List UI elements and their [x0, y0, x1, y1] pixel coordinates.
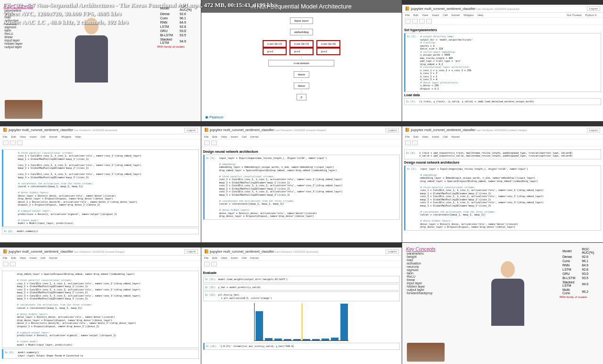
- laptop-prop: [5, 100, 42, 119]
- code-cell[interactable]: In [2]:# output directory name: output_d…: [404, 33, 601, 92]
- audio-line: Audio: AAC LC , 48.0 kHz, 2 channels, 19…: [3, 18, 600, 26]
- code-cell[interactable]: In [6]:model.summary(): [2, 228, 199, 235]
- thumb-jupyter-design: 📙 jupyter multi_convnet_sentiment_classi…: [201, 122, 402, 243]
- logout-button[interactable]: Logout: [386, 128, 399, 132]
- file-info-header: File: 32 - 5.7 Non-Sequential Architectu…: [0, 0, 603, 28]
- thumb-jupyter-full: 📙 jupyter multi_convnet_sentiment_classi…: [402, 122, 603, 243]
- code-cell[interactable]: In [4]:x_train = pad_sequences(x_train, …: [404, 149, 601, 159]
- notebook-body: Set hyperparameters In [2]:# output dire…: [402, 25, 603, 108]
- thumb-jupyter-summary: 📙 jupyter multi_convnet_sentiment_classi…: [0, 243, 201, 364]
- thumb-whiteboard-2: Key Concepts ·parameters ·weight ·bias ·…: [402, 243, 603, 364]
- logout-button[interactable]: Logout: [587, 128, 600, 132]
- code-cell[interactable]: In [13]:plt.hist(y_hat) _ = plt.axvline(…: [203, 291, 400, 301]
- code-cell[interactable]: In [5]:input_layer = Input(shape=(max_re…: [203, 155, 400, 220]
- histogram-chart: [254, 303, 348, 341]
- logout-button[interactable]: Logout: [184, 249, 198, 254]
- code-cell[interactable]: In [12]:y_hat = model.predict(x_valid): [203, 284, 400, 291]
- presenter-figure: [487, 261, 529, 346]
- code-cell[interactable]: In [11]:model.load_weights(output_dir+'/…: [203, 276, 400, 283]
- whiteboard-table: ModelROC AUC(%) Dense92.6 Conv96.1 RNN84…: [556, 243, 603, 364]
- logout-button[interactable]: Logout: [184, 128, 198, 132]
- code-cell[interactable]: # three parallel convolutional streams: …: [2, 149, 199, 227]
- logout-button[interactable]: Logout: [386, 249, 399, 254]
- thumb-jupyter-evaluate: 📙 jupyter multi_convnet_sentiment_classi…: [201, 243, 402, 364]
- thumb-jupyter-conv: 📙 jupyter multi_convnet_sentiment_classi…: [0, 122, 201, 243]
- code-cell[interactable]: drop_embed_layer = SpatialDropout1D(drop…: [2, 271, 199, 348]
- laptop-prop: [407, 343, 445, 362]
- file-line: File: 32 - 5.7 Non-Sequential Architectu…: [3, 1, 600, 9]
- code-cell[interactable]: In [14]:'{:0.2f}'.format(roc_auc_score(y…: [203, 343, 400, 350]
- jupyter-menu[interactable]: FileEditViewInsertCellKernelWidgetsHelp: [0, 134, 201, 140]
- pearson-logo: ◉ Pearson: [205, 115, 223, 119]
- thumbnail-grid: Key Concepts ·parameters ·weight ·bias ·…: [0, 0, 603, 364]
- code-cell[interactable]: In [3]:(x_train, y_train), (x_valid, y_v…: [404, 98, 601, 105]
- code-cell[interactable]: In [5]:input_layer = Input(shape=(max_re…: [404, 165, 601, 231]
- presenter-figure: [70, 18, 113, 103]
- video-line: Video: AVC, 1280x720, 30.000 FPS, 4005 k…: [3, 9, 600, 18]
- code-cell[interactable]: In [6]:model.summary() Layer (type) Outp…: [2, 349, 199, 359]
